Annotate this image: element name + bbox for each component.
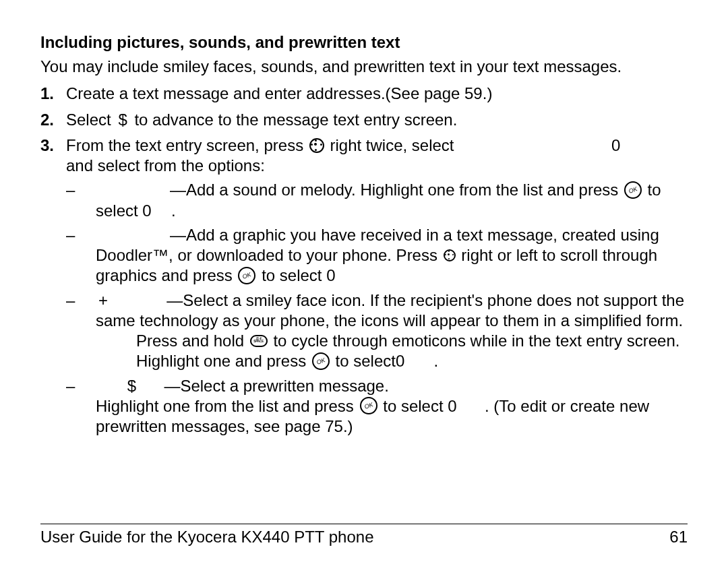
- option-sound: – —Add a sound or melody. Highlight one …: [66, 180, 688, 220]
- tip-text: .: [434, 352, 439, 370]
- step-text: right twice, select: [330, 136, 454, 154]
- section-heading: Including pictures, sounds, and prewritt…: [40, 32, 688, 53]
- svg-text:OK: OK: [628, 185, 639, 195]
- tip-line: Press and hold @ #SPACE to cycle through…: [96, 331, 688, 371]
- tip-text: to select: [336, 352, 396, 370]
- step-number: 1.: [40, 84, 62, 104]
- intro-paragraph: You may include smiley faces, sounds, an…: [40, 57, 688, 77]
- option-text: —Select a smiley face icon. If the recip…: [96, 291, 684, 330]
- option-smiley: – + —Select a smiley face icon. If the r…: [66, 290, 688, 372]
- svg-text:OK: OK: [242, 271, 253, 280]
- options-list: – —Add a sound or melody. Highlight one …: [66, 180, 688, 437]
- manual-page: Including pictures, sounds, and prewritt…: [0, 0, 728, 562]
- footer-title: User Guide for the Kyocera KX440 PTT pho…: [40, 527, 374, 547]
- zero-placeholder: 0: [396, 352, 404, 370]
- step-text: to advance to the message text entry scr…: [134, 111, 457, 129]
- option-prewritten: – $ —Select a prewritten message. Highli…: [66, 376, 688, 437]
- option-graphic: – —Add a graphic you have received in a …: [66, 225, 688, 286]
- space-key-icon: @ #SPACE: [250, 335, 268, 347]
- option-text: to select 0: [262, 266, 335, 284]
- option-text: .: [171, 201, 176, 220]
- step-text: and select from the options:: [66, 156, 265, 175]
- steps-list: 1. Create a text message and enter addre…: [40, 84, 688, 437]
- plus-symbol: +: [98, 290, 108, 311]
- step-text: Select: [66, 111, 111, 129]
- ok-key-icon: OK: [360, 397, 377, 414]
- svg-text:OK: OK: [363, 401, 375, 410]
- step-3: 3. From the text entry screen, press rig…: [40, 135, 688, 437]
- step-number: 2.: [40, 110, 62, 130]
- step-text: Create a text message and enter addresse…: [66, 84, 492, 102]
- ok-key-icon: OK: [624, 181, 642, 199]
- ok-key-icon: OK: [312, 352, 330, 370]
- dollar-symbol: $: [118, 110, 127, 130]
- nav-key-icon: [309, 138, 324, 153]
- zero-placeholder: 0: [611, 136, 620, 154]
- svg-text:OK: OK: [315, 356, 327, 366]
- step-text: From the text entry screen, press: [66, 136, 303, 154]
- page-footer: User Guide for the Kyocera KX440 PTT pho…: [40, 527, 688, 547]
- dash-icon: –: [66, 376, 75, 396]
- footer-rule: [40, 524, 688, 524]
- page-number: 61: [669, 527, 688, 547]
- option-text: Highlight one from the list and press: [96, 397, 354, 415]
- step-1: 1. Create a text message and enter addre…: [40, 84, 688, 104]
- option-text: —Select a prewritten message.: [164, 377, 388, 395]
- option-text: to select 0: [383, 397, 456, 415]
- dash-icon: –: [66, 180, 75, 200]
- tip-text: Press and hold: [136, 332, 244, 350]
- step-number: 3.: [40, 135, 62, 156]
- step-2: 2. Select $ to advance to the message te…: [40, 110, 688, 130]
- dash-icon: –: [66, 290, 75, 311]
- option-text: —Add a sound or melody. Highlight one fr…: [170, 181, 618, 199]
- dash-icon: –: [66, 225, 75, 245]
- nav-key-icon: [444, 249, 456, 261]
- ok-key-icon: OK: [238, 267, 255, 284]
- dollar-symbol: $: [127, 376, 136, 396]
